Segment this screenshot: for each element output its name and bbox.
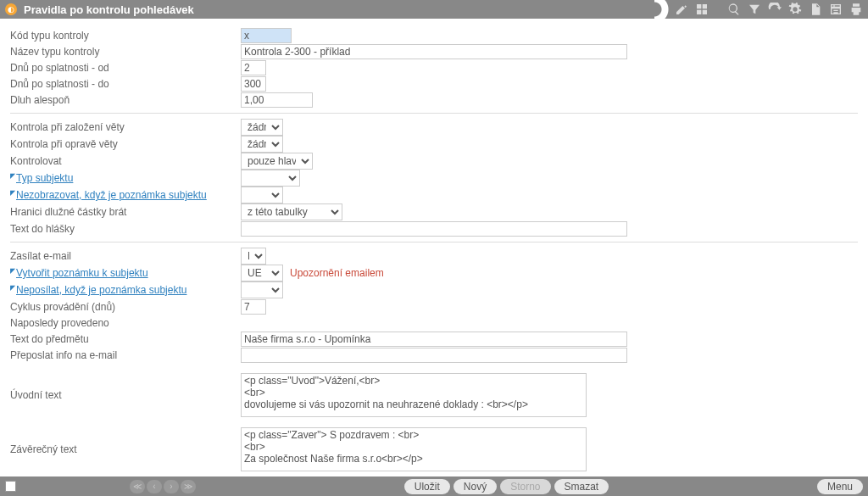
nav-group: ≪ ‹ › ≫ bbox=[130, 480, 196, 493]
typ-subjektu-link[interactable]: Typ subjektu bbox=[16, 172, 73, 184]
cyklus-input[interactable] bbox=[241, 299, 266, 315]
uvodni-label: Úvodní text bbox=[10, 388, 241, 402]
dnu-od-input[interactable] bbox=[241, 60, 266, 75]
delete-button[interactable]: Smazat bbox=[554, 479, 609, 494]
refresh-icon[interactable] bbox=[768, 3, 782, 16]
text-predmet-input[interactable] bbox=[241, 332, 627, 347]
zasilat-label: Zasílat e-mail bbox=[10, 249, 241, 263]
preposlat-input[interactable] bbox=[241, 348, 627, 363]
zaverecny-label: Závěrečný text bbox=[10, 443, 241, 456]
kontrola-oprave-select[interactable]: žádná bbox=[241, 136, 283, 153]
typ-subjektu-label: ◤Typ subjektu bbox=[10, 171, 241, 185]
window-title: Pravidla po kontrolu pohledávek bbox=[24, 3, 194, 16]
kod-typu-input[interactable] bbox=[241, 28, 292, 43]
kontrola-zalozeni-label: Kontrola při založení věty bbox=[10, 120, 241, 134]
uvodni-textarea[interactable] bbox=[241, 373, 587, 417]
vytvorit-desc: Upozornění emailem bbox=[290, 267, 384, 279]
dnu-do-input[interactable] bbox=[241, 76, 266, 92]
typ-subjektu-select[interactable] bbox=[241, 170, 300, 187]
app-icon: ◐ bbox=[5, 3, 17, 15]
export-icon[interactable] bbox=[829, 3, 843, 16]
text-predmet-label: Text do předmětu bbox=[10, 332, 241, 346]
header-toolbar bbox=[675, 3, 863, 16]
nav-last-icon[interactable]: ≫ bbox=[181, 480, 196, 493]
dluh-input[interactable] bbox=[241, 92, 313, 108]
cancel-button: Storno bbox=[500, 479, 550, 494]
menu-button[interactable]: Menu bbox=[817, 479, 863, 494]
footer-bar: ≪ ‹ › ≫ Uložit Nový Storno Smazat Menu bbox=[0, 476, 868, 496]
window-header: ◐ Pravidla po kontrolu pohledávek bbox=[0, 0, 868, 19]
search-icon[interactable] bbox=[727, 3, 741, 16]
zasilat-select[interactable]: Ne bbox=[241, 248, 266, 265]
preposlat-label: Přeposlat info na e-mail bbox=[10, 348, 241, 362]
hranici-select[interactable]: z této tabulky bbox=[241, 203, 342, 220]
filter-icon[interactable] bbox=[748, 3, 761, 16]
header-curve bbox=[654, 0, 675, 19]
vytvorit-select[interactable]: UE bbox=[241, 265, 283, 281]
neposilat-select[interactable] bbox=[241, 281, 283, 298]
kontrola-oprave-label: Kontrola při opravě věty bbox=[10, 137, 241, 151]
save-button[interactable]: Uložit bbox=[404, 479, 450, 494]
nezobrazovat-select[interactable] bbox=[241, 187, 283, 203]
print-icon[interactable] bbox=[849, 3, 863, 16]
dnu-do-label: Dnů po splatnosti - do bbox=[10, 77, 241, 91]
kontrolovat-label: Kontrolovat bbox=[10, 154, 241, 168]
kontrola-zalozeni-select[interactable]: žádná bbox=[241, 119, 283, 136]
vytvorit-label: ◤Vytvořit poznámku k subjektu bbox=[10, 266, 241, 280]
form-content: Kód typu kontroly Název typu kontroly Dn… bbox=[0, 19, 868, 476]
neposilat-link[interactable]: Neposílat, když je poznámka subjektu bbox=[16, 284, 186, 296]
footer-checkbox[interactable] bbox=[5, 481, 16, 492]
edit-icon[interactable] bbox=[675, 3, 688, 16]
dluh-label: Dluh alespoň bbox=[10, 93, 241, 107]
text-hlasky-input[interactable] bbox=[241, 221, 627, 237]
text-hlasky-label: Text do hlášky bbox=[10, 222, 241, 236]
neposilat-label: ◤Neposílat, když je poznámka subjektu bbox=[10, 283, 241, 297]
zaverecny-textarea[interactable] bbox=[241, 427, 587, 471]
kontrolovat-select[interactable]: pouze hlavičky bbox=[241, 153, 313, 170]
hranici-label: Hranici dlužné částky brát bbox=[10, 205, 241, 219]
nazev-typu-input[interactable] bbox=[241, 44, 627, 59]
kod-typu-label: Kód typu kontroly bbox=[10, 29, 241, 42]
nav-next-icon[interactable]: › bbox=[164, 480, 179, 493]
nav-prev-icon[interactable]: ‹ bbox=[147, 480, 162, 493]
dnu-od-label: Dnů po splatnosti - od bbox=[10, 61, 241, 75]
nazev-typu-label: Název typu kontroly bbox=[10, 45, 241, 59]
new-button[interactable]: Nový bbox=[453, 479, 497, 494]
vytvorit-link[interactable]: Vytvořit poznámku k subjektu bbox=[16, 267, 148, 279]
cyklus-label: Cyklus provádění (dnů) bbox=[10, 300, 241, 314]
grid-icon[interactable] bbox=[695, 3, 709, 16]
nezobrazovat-link[interactable]: Nezobrazovat, když je poznámka subjektu bbox=[16, 189, 207, 201]
nezobrazovat-label: ◤Nezobrazovat, když je poznámka subjektu bbox=[10, 188, 241, 202]
naposledy-label: Naposledy provedeno bbox=[10, 316, 241, 330]
settings-icon[interactable] bbox=[788, 3, 802, 16]
document-icon[interactable] bbox=[809, 3, 822, 16]
nav-first-icon[interactable]: ≪ bbox=[130, 480, 145, 493]
